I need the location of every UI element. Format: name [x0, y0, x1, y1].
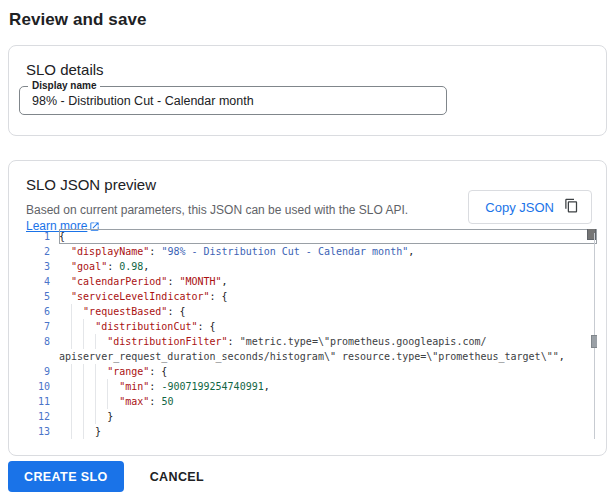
code-token: : — [228, 336, 240, 347]
line-number: 13 — [26, 424, 59, 439]
code-token: , — [143, 261, 149, 272]
code-text: "serviceLevelIndicator": { — [59, 289, 597, 304]
indent-guide — [95, 379, 96, 394]
code-token — [59, 291, 71, 302]
code-line: 4 "calendarPeriod": "MONTH", — [26, 274, 597, 289]
code-token: "range" — [107, 366, 149, 377]
indent-guide — [107, 379, 108, 394]
code-token — [59, 261, 71, 272]
copy-json-button[interactable]: Copy JSON — [468, 190, 592, 224]
code-line: 1{ — [26, 229, 597, 244]
line-number: 1 — [26, 229, 59, 244]
description-text: Based on current parameters, this JSON c… — [26, 203, 408, 217]
code-line: 13 } — [26, 424, 597, 439]
code-token: apiserver_request_duration_seconds/histo… — [59, 351, 559, 362]
indent-guide — [83, 409, 84, 424]
code-text: "goal": 0.98, — [59, 259, 597, 274]
code-token: "min" — [119, 381, 149, 392]
display-name-label: Display name — [28, 80, 100, 91]
indent-guide — [95, 364, 96, 379]
indent-guide — [71, 379, 72, 394]
code-token: : { — [197, 321, 215, 332]
line-number: 9 — [26, 364, 59, 379]
code-token: "MONTH" — [179, 276, 221, 287]
code-text: } — [59, 424, 597, 439]
indent-guide — [71, 424, 72, 439]
code-text: "requestBased": { — [59, 304, 597, 319]
indent-guide — [95, 409, 96, 424]
code-lines: 1{2 "displayName": "98% - Distribution C… — [26, 229, 597, 439]
line-number: 11 — [26, 394, 59, 409]
code-token: , — [408, 246, 414, 257]
code-token: : { — [167, 306, 185, 317]
indent-guide — [83, 379, 84, 394]
code-token: 50 — [161, 396, 173, 407]
indent-guide — [83, 364, 84, 379]
indent-guide — [107, 394, 108, 409]
code-token: : — [107, 261, 119, 272]
code-token — [59, 381, 119, 392]
code-token: "goal" — [71, 261, 107, 272]
indent-guide — [71, 364, 72, 379]
create-slo-button[interactable]: CREATE SLO — [8, 461, 124, 492]
code-token — [59, 276, 71, 287]
indent-guide — [71, 304, 72, 319]
code-token: "requestBased" — [83, 306, 167, 317]
code-token: "calendarPeriod" — [71, 276, 167, 287]
indent-guide — [71, 394, 72, 409]
code-line: 3 "goal": 0.98, — [26, 259, 597, 274]
code-token: } — [59, 426, 101, 437]
display-name-field-wrap: Display name — [19, 86, 447, 115]
code-token: "serviceLevelIndicator" — [71, 291, 209, 302]
code-token: "distributionCut" — [95, 321, 197, 332]
code-token: : — [149, 396, 161, 407]
code-token: , — [264, 381, 270, 392]
code-text: "displayName": "98% - Distribution Cut -… — [59, 244, 597, 259]
code-token: "max" — [119, 396, 149, 407]
code-text: apiserver_request_duration_seconds/histo… — [59, 349, 597, 364]
indent-guide — [71, 319, 72, 334]
code-token: } — [59, 411, 113, 422]
line-number: 3 — [26, 259, 59, 274]
code-line: apiserver_request_duration_seconds/histo… — [26, 349, 597, 364]
line-number: 5 — [26, 289, 59, 304]
code-line: 9 "range": { — [26, 364, 597, 379]
indent-guide — [95, 394, 96, 409]
indent-guide — [71, 409, 72, 424]
json-code-editor[interactable]: 1{2 "displayName": "98% - Distribution C… — [26, 229, 597, 439]
bottom-actions: CREATE SLO CANCEL — [8, 461, 204, 492]
code-text: "max": 50 — [59, 394, 597, 409]
code-line: 10 "min": -9007199254740991, — [26, 379, 597, 394]
code-token: : — [167, 276, 179, 287]
code-text: { — [59, 229, 597, 244]
line-number: 8 — [26, 334, 59, 349]
review-and-save-page: Review and save SLO details Display name… — [0, 0, 615, 502]
code-text: "min": -9007199254740991, — [59, 379, 597, 394]
code-line: 7 "distributionCut": { — [26, 319, 597, 334]
code-text: "range": { — [59, 364, 597, 379]
code-line: 11 "max": 50 — [26, 394, 597, 409]
indent-guide — [83, 424, 84, 439]
code-token: : { — [149, 366, 167, 377]
line-number: 6 — [26, 304, 59, 319]
cancel-button[interactable]: CANCEL — [150, 470, 204, 484]
indent-guide — [83, 319, 84, 334]
copy-icon — [564, 198, 579, 216]
code-token: , — [559, 351, 565, 362]
code-text: "distributionFilter": "metric.type=\"pro… — [59, 334, 597, 349]
copy-json-label: Copy JSON — [485, 200, 554, 215]
slo-json-preview-card: SLO JSON preview Based on current parame… — [8, 160, 607, 456]
code-text: "distributionCut": { — [59, 319, 597, 334]
line-number: 10 — [26, 379, 59, 394]
code-token: 0.98 — [119, 261, 143, 272]
code-token: "98% - Distribution Cut - Calendar month… — [161, 246, 408, 257]
line-number: 4 — [26, 274, 59, 289]
code-line: 2 "displayName": "98% - Distribution Cut… — [26, 244, 597, 259]
code-token: : — [149, 246, 161, 257]
editor-scrollbar-thumb[interactable] — [591, 335, 597, 348]
code-token: , — [222, 276, 228, 287]
indent-guide — [95, 334, 96, 349]
code-line: 6 "requestBased": { — [26, 304, 597, 319]
code-line: 8 "distributionFilter": "metric.type=\"p… — [26, 334, 597, 349]
code-token: { — [59, 231, 65, 242]
